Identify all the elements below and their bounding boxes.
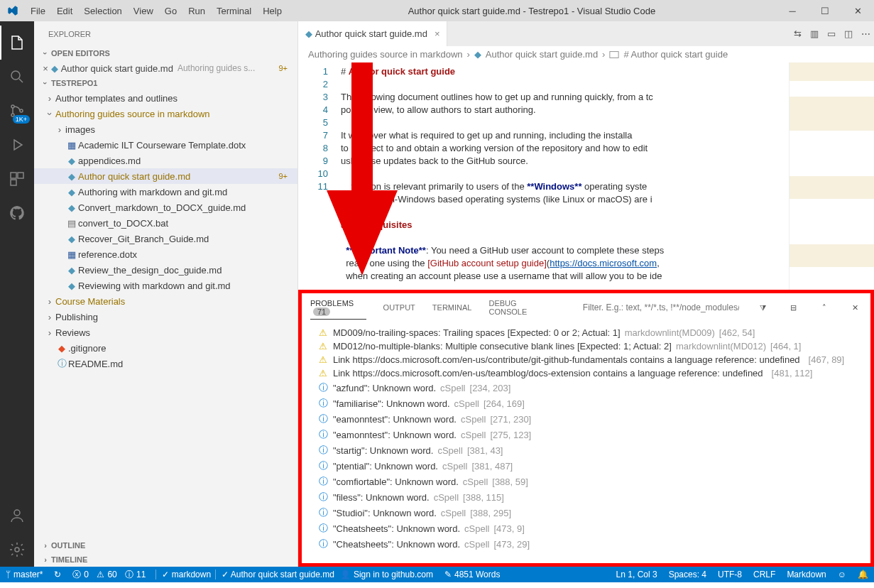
panel-up-icon[interactable]: ˄ — [817, 303, 831, 312]
status-sync[interactable]: ↻ — [48, 567, 67, 582]
status-branch[interactable]: ᛘmaster* — [0, 567, 48, 582]
tree-folder[interactable]: ›Author templates and outlines — [34, 90, 297, 106]
problem-row[interactable]: ⚠Link https://docs.microsoft.com/en-us/t… — [317, 366, 868, 380]
status-encoding[interactable]: UTF-8 — [712, 567, 748, 582]
problems-list[interactable]: ⚠MD009/no-trailing-spaces: Trailing spac… — [302, 322, 870, 563]
more-icon[interactable]: ⋯ — [857, 21, 874, 46]
menu-run[interactable]: Run — [182, 0, 211, 21]
close-button[interactable]: ✕ — [841, 0, 874, 21]
menu-view[interactable]: View — [128, 0, 159, 21]
problem-row[interactable]: ⓘ"eamonntest": Unknown word. cSpell [275… — [317, 427, 868, 442]
problem-row[interactable]: ⚠MD012/no-multiple-blanks: Multiple cons… — [317, 339, 868, 353]
status-spaces[interactable]: Spaces: 4 — [663, 567, 712, 582]
problem-row[interactable]: ⓘ"comfiortable": Unknown word. cSpell [3… — [317, 474, 868, 489]
problem-row[interactable]: ⓘ"filess": Unknown word. cSpell [388, 11… — [317, 489, 868, 505]
breadcrumb[interactable]: Authoring guides source in markdown ◆Aut… — [298, 46, 874, 62]
tree-file[interactable]: ▦reference.dotx — [34, 246, 297, 262]
status-eol[interactable]: CRLF — [748, 567, 781, 582]
activity-accounts[interactable] — [0, 499, 34, 533]
repo-section[interactable]: ›TESTREPO1 — [34, 76, 297, 90]
maximize-button[interactable]: ☐ — [809, 0, 841, 21]
svg-point-0 — [11, 71, 20, 80]
menu-go[interactable]: Go — [159, 0, 182, 21]
problem-row[interactable]: ⓘ"ptential": Unknown word. cSpell [381, … — [317, 458, 868, 474]
vscode-icon — [0, 5, 25, 16]
tree-folder[interactable]: ›Course Materials — [34, 293, 297, 309]
preview-side-icon[interactable]: ▥ — [806, 21, 823, 46]
status-wordcount[interactable]: ✎4851 Words — [439, 567, 506, 582]
panel-tab-problems[interactable]: PROBLEMS71 — [310, 296, 366, 320]
tree-file[interactable]: ◆.gitignore — [34, 340, 297, 356]
sidebar: EXPLORER ›OPEN EDITORS ×◆ Author quick s… — [34, 21, 298, 567]
problem-row[interactable]: ⓘ"azfund": Unknown word. cSpell [234, 20… — [317, 380, 868, 396]
status-bell[interactable]: 🔔 — [852, 567, 874, 582]
info-icon: ⓘ — [317, 491, 329, 503]
problem-row[interactable]: ⓘ"Cheatsheets": Unknown word. cSpell [47… — [317, 536, 868, 552]
info-icon: ⓘ — [317, 444, 329, 457]
status-cursor[interactable]: Ln 1, Col 3 — [611, 567, 663, 582]
activity-extensions[interactable] — [0, 162, 34, 196]
close-editor-icon[interactable]: × — [40, 63, 51, 74]
minimize-button[interactable]: ─ — [776, 0, 809, 21]
problem-row[interactable]: ⓘ"Cheatsheets": Unknown word. cSpell [47… — [317, 521, 868, 536]
tree-file[interactable]: ▤convert_to_DOCX.bat — [34, 215, 297, 231]
tree-file[interactable]: ◆Convert_markdown_to_DOCX_guide.md — [34, 200, 297, 215]
timeline-section[interactable]: ›TIMELINE — [34, 552, 297, 567]
split-icon[interactable]: ◫ — [840, 21, 857, 46]
menu-file[interactable]: File — [25, 0, 51, 21]
status-errors[interactable]: ⓧ0 ⚠60 ⓘ11 — [67, 567, 151, 582]
problem-row[interactable]: ⓘ"eamonntest": Unknown word. cSpell [271… — [317, 411, 868, 427]
menu-terminal[interactable]: Terminal — [211, 0, 257, 21]
preview-icon[interactable]: ▭ — [823, 21, 840, 46]
code-area[interactable]: # Author quick start guide The following… — [341, 62, 789, 290]
tree-file[interactable]: ◆Recover_Git_Branch_Guide.md — [34, 231, 297, 246]
activity-search[interactable] — [0, 60, 34, 94]
activity-explorer[interactable] — [0, 26, 34, 60]
problem-row[interactable]: ⚠MD009/no-trailing-spaces: Trailing spac… — [317, 326, 868, 339]
tree-folder[interactable]: ›images — [34, 121, 297, 137]
menu-selection[interactable]: Selection — [78, 0, 127, 21]
editor-tab[interactable]: ◆ Author quick start guide.md × — [298, 21, 447, 46]
panel-tab-output[interactable]: OUTPUT — [383, 300, 415, 315]
tree-folder[interactable]: ›Reviews — [34, 325, 297, 340]
compare-icon[interactable]: ⇆ — [789, 21, 806, 46]
outline-section[interactable]: ›OUTLINE — [34, 538, 297, 552]
problem-row[interactable]: ⚠Link https://docs.microsoft.com/en-us/c… — [317, 353, 868, 366]
problem-row[interactable]: ⓘ"startig": Unknown word. cSpell [381, 4… — [317, 442, 868, 458]
activity-debug[interactable] — [0, 128, 34, 162]
status-checks[interactable]: ✓ markdown✓ Author quick start guide.md — [155, 570, 334, 579]
tree-file[interactable]: ◆Author quick start guide.md9+ — [34, 168, 297, 184]
tree-file[interactable]: ▦Academic ILT Courseware Template.dotx — [34, 137, 297, 153]
filter-icon[interactable]: ⧩ — [756, 303, 770, 312]
status-signin[interactable]: 👤Sign in to github.com — [334, 567, 439, 582]
problems-filter-input[interactable] — [583, 303, 739, 312]
activity-settings[interactable] — [0, 533, 34, 567]
minimap[interactable] — [789, 62, 874, 290]
panel-tab-debug[interactable]: DEBUG CONSOLE — [488, 296, 548, 319]
activity-github[interactable] — [0, 196, 34, 230]
info-icon: ⓘ — [317, 538, 329, 550]
tree-file[interactable]: ◆appendices.md — [34, 153, 297, 168]
menu-help[interactable]: Help — [257, 0, 288, 21]
tree-folder[interactable]: ›Publishing — [34, 309, 297, 325]
open-editor[interactable]: ×◆ Author quick start guide.mdAuthoring … — [34, 60, 297, 76]
tree-folder[interactable]: ›Authoring guides source in markdown — [34, 106, 297, 121]
collapse-icon[interactable]: ⊟ — [787, 303, 800, 312]
tree-file[interactable]: ⓘREADME.md — [34, 356, 297, 371]
open-editors-section[interactable]: ›OPEN EDITORS — [34, 46, 297, 60]
tab-close-icon[interactable]: × — [435, 28, 440, 39]
info-icon: ⓘ — [317, 522, 329, 535]
sidebar-title: EXPLORER — [34, 21, 297, 46]
editor[interactable]: 123457891011 # Author quick start guide … — [298, 62, 874, 290]
problem-row[interactable]: ⓘ"Studioi": Unknown word. cSpell [388, 2… — [317, 505, 868, 521]
tree-file[interactable]: ◆Reviewing with markdown and git.md — [34, 278, 297, 293]
status-mode[interactable]: Markdown — [781, 567, 831, 582]
activity-scm[interactable]: 1K+ — [0, 94, 34, 128]
status-feedback[interactable]: ☺ — [832, 567, 852, 582]
problem-row[interactable]: ⓘ"familiarise": Unknown word. cSpell [26… — [317, 396, 868, 411]
tree-file[interactable]: ◆Authoring with markdown and git.md — [34, 184, 297, 200]
panel-close-icon[interactable]: ✕ — [848, 303, 862, 312]
menu-edit[interactable]: Edit — [51, 0, 78, 21]
panel-tab-terminal[interactable]: TERMINAL — [432, 300, 472, 315]
tree-file[interactable]: ◆Review_the_design_doc_guide.md — [34, 262, 297, 278]
